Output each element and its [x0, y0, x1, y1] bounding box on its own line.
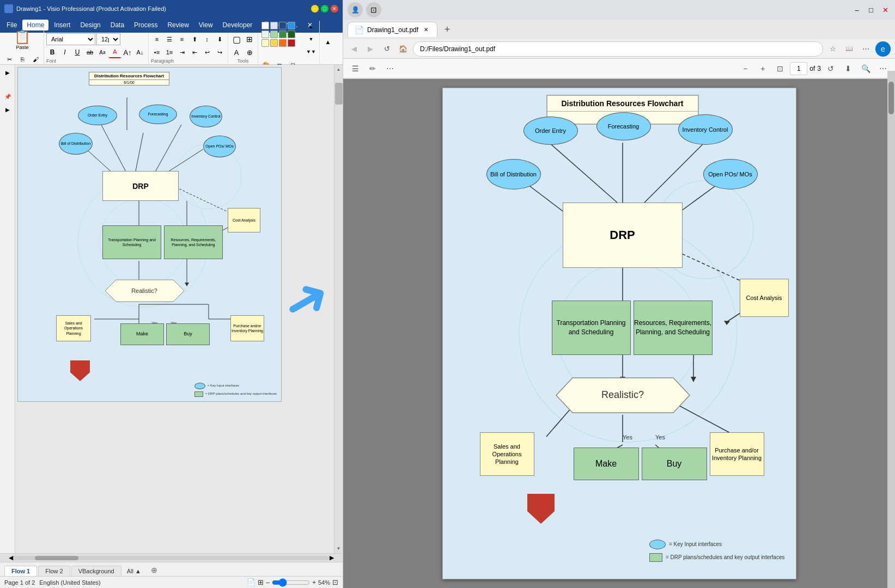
add-tab-button[interactable]: ⊕ [147, 564, 162, 576]
pdf-scrollbar[interactable] [887, 71, 895, 588]
extensions-icon[interactable]: ⊡ [366, 2, 381, 17]
style-swatch[interactable] [270, 39, 278, 47]
quick-styles-grid[interactable] [260, 21, 304, 48]
menu-process[interactable]: Process [130, 20, 162, 30]
page-number-input[interactable] [790, 62, 807, 75]
visio-canvas[interactable]: Yes Yes Distribution Resources Flowchart [17, 67, 282, 402]
menu-review[interactable]: Review [163, 20, 193, 30]
fullscreen-icon[interactable]: ⊡ [332, 578, 338, 586]
pdf-viewer-area[interactable]: Yes Yes Distribution Resources Flowchart… [343, 79, 895, 588]
number-list-icon[interactable]: 1≡ [163, 46, 175, 58]
style-swatch[interactable] [279, 39, 287, 47]
sidebar-toggle-btn[interactable]: ☰ [348, 61, 363, 76]
forward-button[interactable]: ▶ [364, 42, 377, 56]
rotate-btn[interactable]: ↺ [823, 61, 838, 76]
pdf-scroll-thumb[interactable] [888, 82, 894, 114]
collapse-ribbon-icon[interactable]: ▲ [322, 36, 334, 48]
italic-icon[interactable]: I [59, 46, 71, 58]
tab-close-button[interactable]: ✕ [422, 26, 430, 34]
back-button[interactable]: ◀ [348, 42, 361, 56]
zoom-in-btn[interactable]: + [755, 61, 770, 76]
align-top-icon[interactable]: ⬆ [188, 33, 200, 45]
subscript-icon[interactable]: Aa [96, 46, 108, 58]
browser-more-btn[interactable]: ⋯ [859, 42, 872, 56]
pointer-icon[interactable]: ▢ [230, 33, 242, 45]
cut-icon[interactable]: ✂ [3, 53, 15, 65]
minimize-button[interactable]: – [311, 5, 319, 13]
indent-icon[interactable]: ⇥ [176, 46, 188, 58]
scroll-down-arrow[interactable]: ▼ [334, 544, 343, 553]
style-swatch[interactable] [288, 39, 295, 47]
zoom-slider[interactable] [272, 578, 310, 587]
insert-image-icon[interactable]: ⊕ [243, 46, 255, 58]
normal-view-icon[interactable]: ⊞ [258, 578, 264, 586]
menu-developer[interactable]: Developer [218, 20, 257, 30]
tab-flow2[interactable]: Flow 2 [38, 566, 70, 576]
browser-minimize[interactable]: – [851, 4, 862, 15]
scroll-left-btn[interactable]: ◀ [9, 554, 13, 561]
tab-all[interactable]: All ▲ [123, 566, 145, 576]
font-selector[interactable]: Arial [46, 33, 95, 45]
fit-page-btn[interactable]: ⊡ [772, 61, 788, 76]
scroll-thumb[interactable] [335, 83, 343, 105]
menu-insert[interactable]: Insert [50, 20, 75, 30]
maximize-button[interactable]: □ [321, 5, 328, 13]
close-button[interactable]: ✕ [331, 5, 338, 13]
bold-icon[interactable]: B [46, 46, 58, 58]
reading-view-icon[interactable]: 📖 [843, 42, 856, 56]
align-left-icon[interactable]: ≡ [151, 33, 163, 45]
menu-data[interactable]: Data [106, 20, 129, 30]
browser-restore[interactable]: □ [866, 4, 876, 15]
font-color-icon[interactable]: A [109, 46, 121, 58]
style-swatch[interactable] [261, 22, 269, 29]
decrease-size-icon[interactable]: A↓ [134, 46, 146, 58]
menu-design[interactable]: Design [76, 20, 105, 30]
format-painter-icon[interactable]: 🖌 [29, 53, 41, 65]
address-input[interactable] [413, 41, 823, 57]
search-btn[interactable]: 🔍 [858, 61, 873, 76]
style-swatch[interactable] [288, 30, 295, 38]
style-swatch[interactable] [279, 30, 287, 38]
style-swatch[interactable] [270, 22, 278, 29]
refresh-button[interactable]: ↺ [380, 42, 393, 56]
draw-btn[interactable]: ✏ [365, 61, 380, 76]
scroll-up-arrow[interactable]: ▲ [334, 65, 343, 74]
menu-view[interactable]: View [194, 20, 217, 30]
more-tools-btn[interactable]: ⋯ [382, 61, 398, 76]
style-swatch[interactable] [270, 30, 278, 38]
zoom-out-btn[interactable]: − [738, 61, 753, 76]
scroll-down-icon[interactable]: ▼ [305, 33, 317, 45]
align-right-icon[interactable]: ≡ [176, 33, 188, 45]
home-button[interactable]: 🏠 [397, 42, 410, 56]
style-swatch[interactable] [261, 39, 269, 47]
pan-zoom-btn[interactable]: 📌 [2, 91, 13, 102]
connection-icon[interactable]: ⊞ [243, 33, 255, 45]
favorites-icon[interactable]: ☆ [826, 42, 839, 56]
tab-flow1[interactable]: Flow 1 [4, 566, 37, 576]
new-tab-button[interactable]: + [440, 22, 455, 37]
sidebar-toggle[interactable]: ▶ [2, 67, 13, 78]
browser-tab-pdf[interactable]: 📄 Drawing1_out.pdf ✕ [348, 22, 437, 37]
underline-icon[interactable]: U [71, 46, 83, 58]
user-avatar[interactable]: 👤 [348, 2, 363, 17]
bullet-icon[interactable]: •≡ [151, 46, 163, 58]
text-icon[interactable]: A [230, 46, 242, 58]
ltr-icon[interactable]: ↩ [201, 46, 213, 58]
align-center-icon[interactable]: ☰ [163, 33, 175, 45]
page-view-icon[interactable]: 📄 [247, 578, 255, 586]
strikethrough-icon[interactable]: ab [84, 46, 96, 58]
style-swatch[interactable] [279, 22, 287, 29]
style-swatch[interactable] [288, 22, 295, 29]
copy-icon[interactable]: ⎘ [16, 53, 28, 65]
download-btn[interactable]: ⬇ [841, 61, 856, 76]
rtl-icon[interactable]: ↪ [214, 46, 226, 58]
paste-button[interactable]: 📋 Paste [11, 26, 33, 53]
increase-size-icon[interactable]: A↑ [121, 46, 133, 58]
align-bottom-icon[interactable]: ⬇ [214, 33, 226, 45]
align-middle-icon[interactable]: ↕ [201, 33, 213, 45]
expand-icon[interactable]: ▼▼ [305, 46, 317, 58]
outdent-icon[interactable]: ⇤ [188, 46, 200, 58]
tab-vbackground[interactable]: VBackground [71, 566, 121, 576]
font-size-selector[interactable]: 12pt. [96, 33, 120, 45]
horizontal-scrollbar[interactable]: ◀ ▶ [0, 553, 343, 562]
